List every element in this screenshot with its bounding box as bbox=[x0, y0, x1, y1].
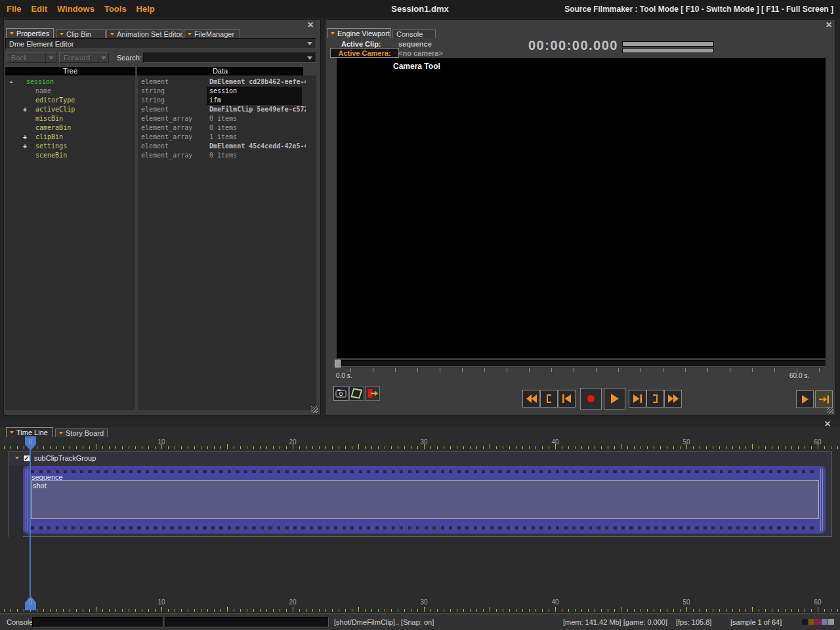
attr-name[interactable]: name bbox=[35, 87, 51, 96]
ruler-number: 30 bbox=[420, 598, 427, 606]
attr-value[interactable]: 0 items bbox=[209, 114, 237, 123]
time-end-label: 60.0 s. bbox=[789, 372, 809, 379]
back-button[interactable]: Back bbox=[7, 52, 56, 63]
expand-toggle[interactable]: + bbox=[23, 105, 27, 114]
tab-filemanager[interactable]: FileManager bbox=[184, 30, 240, 38]
playhead-line[interactable] bbox=[30, 450, 31, 596]
column-header-data[interactable]: Data bbox=[137, 67, 303, 75]
go-to-start-button[interactable] bbox=[558, 390, 576, 408]
table-row[interactable]: + activeClip element DmeFilmClip 5ee49ef… bbox=[5, 105, 316, 114]
attr-name[interactable]: session bbox=[26, 77, 54, 87]
track-group-label[interactable]: subClipTrackGroup bbox=[34, 454, 96, 462]
sequence-clip[interactable]: sequence shot bbox=[23, 466, 826, 534]
collapse-arrow-icon[interactable] bbox=[15, 457, 19, 459]
camera-tool-button[interactable] bbox=[333, 386, 348, 401]
tab-time-line[interactable]: Time Line bbox=[6, 427, 53, 437]
viewport-time-slider[interactable] bbox=[335, 360, 826, 367]
rewind-button[interactable] bbox=[522, 390, 540, 408]
attr-value[interactable]: 1 items bbox=[209, 133, 237, 142]
forward-history-arrow[interactable] bbox=[98, 53, 108, 62]
clip-handle-line[interactable] bbox=[822, 469, 823, 531]
attr-name[interactable]: editorType bbox=[35, 96, 75, 105]
column-header-tree[interactable]: Tree bbox=[5, 67, 135, 75]
play-to-end-button[interactable] bbox=[815, 390, 833, 408]
attr-value[interactable]: DmElement cd28b462-eefe-4 bbox=[209, 77, 306, 87]
go-to-end-button[interactable] bbox=[629, 390, 646, 408]
record-camera-button[interactable] bbox=[365, 386, 380, 401]
table-row[interactable]: editorType string ifm bbox=[5, 96, 316, 105]
work-camera-button[interactable] bbox=[349, 386, 364, 401]
playback-speed-bar[interactable] bbox=[622, 48, 714, 53]
attr-type: element bbox=[141, 142, 169, 151]
clip-out-button[interactable] bbox=[646, 390, 664, 408]
active-camera-button[interactable]: Active Camera: bbox=[330, 48, 399, 58]
table-row[interactable]: sceneBin element_array 0 items bbox=[5, 151, 316, 160]
console-input-secondary[interactable] bbox=[165, 617, 329, 627]
table-row[interactable]: + settings element DmElement 45c4cedd-42… bbox=[5, 142, 316, 151]
clip-handle-line[interactable] bbox=[820, 469, 821, 531]
tab-label: Clip Bin bbox=[66, 30, 91, 38]
table-row[interactable]: name string session bbox=[5, 87, 316, 96]
tab-console[interactable]: Console bbox=[392, 30, 436, 38]
element-tree-body: - session element DmElement cd28b462-eef… bbox=[5, 75, 316, 410]
attr-value[interactable]: 0 items bbox=[209, 123, 237, 133]
expand-toggle[interactable]: + bbox=[23, 142, 27, 151]
table-row[interactable]: + clipBin element_array 1 items bbox=[5, 133, 316, 142]
time-slider-handle[interactable] bbox=[335, 360, 341, 368]
attr-name[interactable]: activeClip bbox=[35, 105, 75, 114]
table-row[interactable]: miscBin element_array 0 items bbox=[5, 114, 316, 123]
attr-value-field[interactable]: ifm bbox=[207, 96, 302, 105]
fps-info-text: [fps: 105.8] bbox=[676, 618, 711, 626]
playback-speed-bar[interactable] bbox=[622, 41, 714, 47]
resize-grip[interactable] bbox=[311, 406, 318, 413]
tab-properties[interactable]: Properties bbox=[6, 28, 54, 38]
editor-select-value: Dme Element Editor bbox=[9, 40, 74, 48]
search-input[interactable] bbox=[143, 52, 316, 63]
tab-animation-set-editor[interactable]: Animation Set Editor bbox=[106, 30, 182, 38]
close-icon[interactable]: ✕ bbox=[824, 420, 831, 428]
fast-forward-button[interactable] bbox=[664, 390, 682, 408]
attr-name[interactable]: clipBin bbox=[35, 133, 63, 142]
shot-clip[interactable]: shot bbox=[31, 480, 819, 519]
viewport-render-area[interactable]: Camera Tool bbox=[337, 58, 826, 358]
tab-arrow-icon bbox=[10, 431, 14, 434]
play-once-button[interactable] bbox=[796, 390, 814, 408]
tab-engine-viewport[interactable]: Engine Viewport bbox=[327, 28, 391, 38]
attr-value[interactable]: 0 items bbox=[209, 151, 237, 160]
attr-name[interactable]: miscBin bbox=[35, 114, 63, 123]
clip-handle-line[interactable] bbox=[28, 469, 28, 531]
close-icon[interactable]: ✕ bbox=[307, 21, 314, 29]
play-icon bbox=[610, 393, 620, 404]
attr-value[interactable]: DmeFilmClip 5ee49efe-c572 bbox=[209, 105, 306, 114]
forward-button[interactable]: Forward bbox=[59, 52, 109, 63]
record-button[interactable] bbox=[580, 388, 602, 410]
attr-name[interactable]: sceneBin bbox=[35, 151, 67, 160]
resize-grip[interactable] bbox=[827, 407, 833, 413]
table-row[interactable]: - session element DmElement cd28b462-eef… bbox=[5, 77, 316, 87]
play-button[interactable] bbox=[604, 388, 625, 410]
active-clip-value: sequence bbox=[398, 40, 432, 48]
table-row[interactable]: cameraBin element_array 0 items bbox=[5, 123, 316, 133]
attr-value[interactable]: DmElement 45c4cedd-42e5-4 bbox=[209, 142, 306, 151]
editor-select[interactable]: Dme Element Editor bbox=[5, 38, 316, 49]
attr-name[interactable]: cameraBin bbox=[35, 123, 71, 133]
clip-in-button[interactable] bbox=[540, 390, 558, 408]
back-history-arrow[interactable] bbox=[45, 53, 56, 62]
ruler-number: 0 bbox=[28, 598, 32, 606]
timeline-ruler-top[interactable]: 0 10 20 30 40 50 60 bbox=[0, 437, 840, 449]
timeline-ruler-bottom[interactable]: 0 10 20 30 40 50 60 bbox=[0, 594, 840, 612]
console-input[interactable] bbox=[32, 617, 163, 627]
close-icon[interactable]: ✕ bbox=[826, 21, 832, 29]
expand-toggle[interactable]: + bbox=[23, 133, 27, 142]
attr-name[interactable]: settings bbox=[35, 142, 67, 151]
attr-value-field[interactable]: session bbox=[207, 87, 302, 96]
time-start-label: 0.0 s. bbox=[336, 372, 352, 379]
clip-handle-line[interactable] bbox=[26, 469, 26, 531]
active-camera-value: <no camera> bbox=[398, 49, 443, 57]
chevron-down-icon bbox=[101, 56, 106, 60]
tab-clip-bin[interactable]: Clip Bin bbox=[56, 30, 106, 38]
tab-story-board[interactable]: Story Board bbox=[55, 429, 108, 437]
expand-toggle[interactable]: - bbox=[9, 77, 13, 87]
ruler-number: 0 bbox=[28, 438, 32, 446]
chevron-down-icon bbox=[307, 56, 312, 60]
